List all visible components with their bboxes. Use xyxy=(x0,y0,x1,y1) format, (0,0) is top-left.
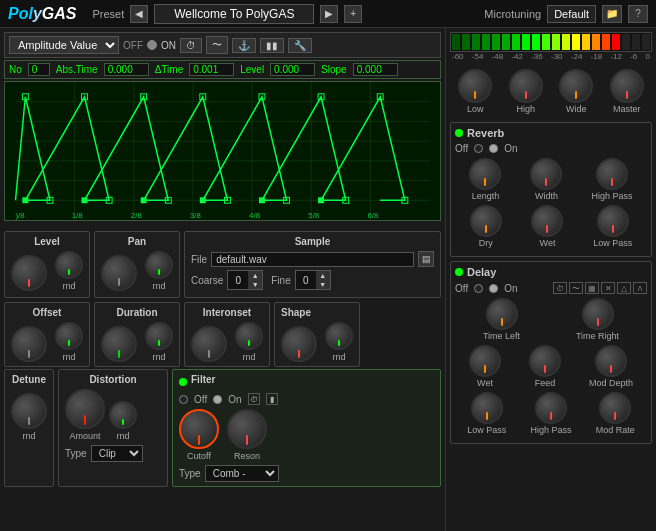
app-title: PolyGAS xyxy=(8,5,76,23)
abs-time-value[interactable] xyxy=(104,63,149,76)
microtuning-value[interactable]: Default xyxy=(547,5,596,23)
delay-grid-icon[interactable]: ▦ xyxy=(585,282,599,294)
reverb-dry-knob[interactable] xyxy=(470,205,502,237)
reverb-highpass-knob[interactable] xyxy=(596,158,628,190)
on-radio[interactable] xyxy=(147,40,157,50)
preset-prev-button[interactable]: ◀ xyxy=(130,5,148,23)
help-icon[interactable]: ? xyxy=(628,5,648,23)
interonset-knob[interactable] xyxy=(191,326,227,362)
master-knob[interactable] xyxy=(610,69,644,103)
abs-time-label: Abs.Time xyxy=(56,64,98,75)
low-knob[interactable] xyxy=(458,69,492,103)
filter-active-dot xyxy=(179,378,187,386)
level-rnd-knob[interactable] xyxy=(55,251,83,279)
fine-label: Fine xyxy=(271,275,290,286)
filter-clock-icon[interactable]: ⏱ xyxy=(248,393,260,405)
pan-title: Pan xyxy=(128,236,146,247)
anchor-icon[interactable]: ⚓ xyxy=(232,38,256,53)
envelope-graph[interactable]: )/8 1/8 2/8 3/8 4/8 5/8 6/8 xyxy=(4,81,441,221)
delay-tri-icon[interactable]: △ xyxy=(617,282,631,294)
file-value[interactable] xyxy=(211,252,414,267)
svg-text:3/8: 3/8 xyxy=(190,211,202,220)
browse-button[interactable]: ▤ xyxy=(418,251,434,267)
delay-mod-rate-knob[interactable] xyxy=(599,392,631,424)
cutoff-label: Cutoff xyxy=(187,451,211,461)
shape-knob[interactable] xyxy=(281,326,317,362)
distortion-rnd-knob[interactable] xyxy=(109,401,137,429)
distortion-title: Distortion xyxy=(65,374,161,385)
delay-cross-icon[interactable]: ✕ xyxy=(601,282,615,294)
reverb-lowpass-knob[interactable] xyxy=(597,205,629,237)
detune-group: Detune rnd xyxy=(4,369,54,487)
delay-time-left-knob[interactable] xyxy=(486,298,518,330)
delta-time-value[interactable] xyxy=(189,63,234,76)
detune-rnd-label: rnd xyxy=(22,431,35,441)
delay-time-right-knob[interactable] xyxy=(582,298,614,330)
svg-rect-20 xyxy=(141,197,147,203)
level-knob[interactable] xyxy=(11,255,47,291)
offset-title: Offset xyxy=(33,307,62,318)
delay-wave-icon[interactable]: 〜 xyxy=(569,282,583,294)
level-value[interactable] xyxy=(270,63,315,76)
amplitude-select[interactable]: Amplitude Value xyxy=(9,36,119,54)
delay-clock-icon[interactable]: ⏱ xyxy=(553,282,567,294)
fine-up-button[interactable]: ▲ xyxy=(316,271,330,280)
pan-knob[interactable] xyxy=(101,255,137,291)
offset-knob[interactable] xyxy=(11,326,47,362)
reverb-on-radio[interactable] xyxy=(489,144,498,153)
delay-wet-knob[interactable] xyxy=(469,345,501,377)
reverb-lowpass-label: Low Pass xyxy=(593,238,632,248)
svg-text:)/8: )/8 xyxy=(16,211,26,220)
wave-icon[interactable]: 〜 xyxy=(206,36,228,54)
filter-title: Filter xyxy=(191,374,215,385)
preset-next-button[interactable]: ▶ xyxy=(320,5,338,23)
preset-add-button[interactable]: + xyxy=(344,5,362,23)
shape-rnd-knob[interactable] xyxy=(325,322,353,350)
distortion-type-label: Type xyxy=(65,448,87,459)
delay-off-radio[interactable] xyxy=(474,284,483,293)
folder-icon[interactable]: 📁 xyxy=(602,5,622,23)
distortion-knob[interactable] xyxy=(65,389,105,429)
reson-knob[interactable] xyxy=(227,409,267,449)
preset-label: Preset xyxy=(92,8,124,20)
filter-bar-icon[interactable]: ▮ xyxy=(266,393,278,405)
duration-rnd-knob[interactable] xyxy=(145,322,173,350)
delay-mod-depth-knob[interactable] xyxy=(595,345,627,377)
pan-rnd-knob[interactable] xyxy=(145,251,173,279)
filter-type-select[interactable]: Comb - Comb + Low Pass High Pass xyxy=(205,465,279,482)
reverb-width-knob[interactable] xyxy=(530,158,562,190)
interonset-rnd-knob[interactable] xyxy=(235,322,263,350)
wrench-icon[interactable]: 🔧 xyxy=(288,38,312,53)
delay-highpass-knob[interactable] xyxy=(535,392,567,424)
reverb-wet-knob[interactable] xyxy=(531,205,563,237)
clock-icon[interactable]: ⏱ xyxy=(180,38,202,53)
delay-on-radio[interactable] xyxy=(489,284,498,293)
delay-saw-icon[interactable]: /\ xyxy=(633,282,647,294)
no-value[interactable] xyxy=(28,63,50,76)
filter-off-radio[interactable] xyxy=(179,395,188,404)
distortion-rnd-label: rnd xyxy=(116,431,129,441)
bar-icon[interactable]: ▮▮ xyxy=(260,38,284,53)
duration-knob[interactable] xyxy=(101,326,137,362)
coarse-up-button[interactable]: ▲ xyxy=(248,271,262,280)
preset-name[interactable]: Wellcome To PolyGAS xyxy=(154,4,314,24)
distortion-type-select[interactable]: Clip Wrap Fold xyxy=(91,445,143,462)
filter-on-radio[interactable] xyxy=(213,395,222,404)
distortion-amount-label: Amount xyxy=(69,431,100,441)
coarse-down-button[interactable]: ▼ xyxy=(248,280,262,289)
delay-feed-knob[interactable] xyxy=(529,345,561,377)
high-label: High xyxy=(516,104,535,114)
svg-rect-29 xyxy=(318,197,324,203)
offset-rnd-knob[interactable] xyxy=(55,322,83,350)
high-knob[interactable] xyxy=(509,69,543,103)
cutoff-knob[interactable] xyxy=(179,409,219,449)
microtuning-label: Microtuning xyxy=(484,8,541,20)
delay-lowpass-knob[interactable] xyxy=(471,392,503,424)
detune-knob[interactable] xyxy=(11,393,47,429)
wide-knob[interactable] xyxy=(559,69,593,103)
vu-label-1: -54 xyxy=(472,52,484,61)
reverb-off-radio[interactable] xyxy=(474,144,483,153)
reverb-length-knob[interactable] xyxy=(469,158,501,190)
slope-value[interactable] xyxy=(353,63,398,76)
fine-down-button[interactable]: ▼ xyxy=(316,280,330,289)
